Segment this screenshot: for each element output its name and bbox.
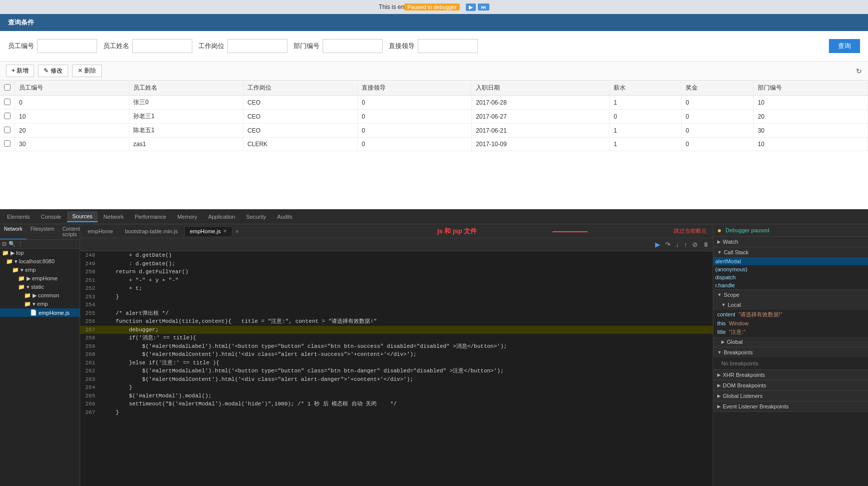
event-listener-section: ▶ Event Listener Breakpoints xyxy=(713,401,868,412)
edit-button[interactable]: ✎ 修改 xyxy=(38,65,68,77)
select-all-checkbox-header[interactable] xyxy=(0,81,15,96)
row-checkbox[interactable] xyxy=(0,138,15,151)
scope-item-title: title: "注意:" xyxy=(713,327,868,337)
breakpoints-header[interactable]: ▼ Breakpoints xyxy=(713,347,868,357)
col-leader: 直接领导 xyxy=(358,81,472,96)
tree-file-item[interactable]: 📄empHome.js xyxy=(0,308,80,317)
tree-folder-item[interactable]: 📁▾ emp xyxy=(0,300,80,308)
input-emp-no[interactable] xyxy=(37,39,97,53)
query-form: 员工编号 员工姓名 工作岗位 部门编号 直接领导 查询 xyxy=(0,31,868,61)
call-stack-item-dispatch[interactable]: dispatch xyxy=(713,273,868,281)
tree-folder-item[interactable]: 📁▶ empHome xyxy=(0,274,80,283)
cell-emp-no: 20 xyxy=(15,124,129,138)
search-tree-icon[interactable]: 🔍 xyxy=(9,241,16,247)
label-job: 工作岗位 xyxy=(198,42,224,51)
code-editor[interactable]: 248 + d.getDate()249 : d.getDate();250 r… xyxy=(80,251,713,486)
tab-application[interactable]: Application xyxy=(203,212,240,222)
line-content: debugger; xyxy=(99,326,712,334)
collapse-tree-icon[interactable]: ⊟ xyxy=(2,241,7,247)
tab-audits[interactable]: Audits xyxy=(272,212,298,222)
scope-header[interactable]: ▼ Scope xyxy=(713,290,868,300)
call-stack-header[interactable]: ▼ Call Stack xyxy=(713,247,868,257)
debug-scrollable[interactable]: ▶ Watch ▼ Call Stack alertModal (anonymo… xyxy=(713,237,868,486)
cell-date: 2017-06-21 xyxy=(472,124,610,138)
input-leader[interactable] xyxy=(418,39,478,53)
input-job[interactable] xyxy=(227,39,287,53)
input-emp-name[interactable] xyxy=(132,39,192,53)
tab-arrow-icon[interactable]: » xyxy=(233,228,241,235)
line-number: 260 xyxy=(81,350,99,359)
more-tree-icon[interactable]: ⋮ xyxy=(18,241,23,247)
global-scope-header[interactable]: ▶ Global xyxy=(713,337,868,347)
tree-item-label: ▶ common xyxy=(33,292,59,299)
row-checkbox[interactable] xyxy=(0,96,15,110)
pause-nav-btn[interactable]: ⏸ xyxy=(701,240,711,249)
row-checkbox[interactable] xyxy=(0,124,15,138)
search-button[interactable]: 查询 xyxy=(829,39,860,53)
step-into-nav-btn[interactable]: ↓ xyxy=(674,240,681,249)
cell-leader: 0 xyxy=(358,110,472,124)
code-line: 259 $('#alertModalLabel').html('<button … xyxy=(80,342,713,351)
tree-folder-item[interactable]: 📁▾ localhost:8080 xyxy=(0,257,80,266)
deactivate-nav-btn[interactable]: ⊘ xyxy=(691,240,699,249)
tree-folder-item[interactable]: 📁▶ top xyxy=(0,249,80,257)
tab-memory[interactable]: Memory xyxy=(172,212,202,222)
cell-salary: 1 xyxy=(610,138,682,151)
line-number: 250 xyxy=(81,268,99,276)
delete-button[interactable]: ✕ 删除 xyxy=(72,65,102,77)
step-over-nav-btn[interactable]: ↷ xyxy=(664,240,672,249)
tree-folder-item[interactable]: 📁▾ emp xyxy=(0,266,80,274)
cell-salary: 1 xyxy=(610,96,682,110)
col-dept: 部门编号 xyxy=(753,81,867,96)
call-stack-item-alertmodal[interactable]: alertModal xyxy=(713,257,868,265)
step-out-nav-btn[interactable]: ↑ xyxy=(683,240,689,249)
line-content: : d.getDate(); xyxy=(99,260,712,268)
input-dept-no[interactable] xyxy=(323,39,383,53)
tree-folder-item[interactable]: 📁▾ static xyxy=(0,283,80,291)
global-listeners-header[interactable]: ▶ Global Listeners xyxy=(713,391,868,401)
tree-item-label: ▾ localhost:8080 xyxy=(15,258,55,265)
resume-nav-btn[interactable]: ▶ xyxy=(654,240,662,249)
code-tab-emphomejs[interactable]: empHome.js ✕ xyxy=(184,226,232,236)
col-salary: 薪水 xyxy=(610,81,682,96)
table-row[interactable]: 0 张三0 CEO 0 2017-06-28 1 0 10 xyxy=(0,96,868,110)
code-line: 253 } xyxy=(80,293,713,301)
code-line: 265 $('#alertModal').modal(); xyxy=(80,392,713,400)
code-tab-emphome[interactable]: empHome xyxy=(82,226,119,236)
step-over-button[interactable]: ⏭ xyxy=(478,4,489,11)
tab-security[interactable]: Security xyxy=(241,212,271,222)
debug-panel: ● Debugger paused ▶ Watch ▼ xyxy=(713,224,868,486)
cell-job: CEO xyxy=(243,96,358,110)
tree-item-label: empHome.js xyxy=(39,310,70,316)
tree-tab-contentscripts[interactable]: Content scripts xyxy=(58,224,80,239)
debug-status-bar: ● Debugger paused xyxy=(713,224,868,237)
call-stack-item-rhandle[interactable]: r.handle xyxy=(713,281,868,289)
tab-performance[interactable]: Performance xyxy=(130,212,171,222)
row-checkbox[interactable] xyxy=(0,110,15,124)
cell-emp-no: 0 xyxy=(15,96,129,110)
tab-network[interactable]: Network xyxy=(99,212,129,222)
local-scope-header[interactable]: ▼ Local xyxy=(713,300,868,310)
table-row[interactable]: 20 陈老五1 CEO 0 2017-06-21 1 0 30 xyxy=(0,124,868,138)
call-stack-item-anonymous[interactable]: (anonymous) xyxy=(713,265,868,273)
table-row[interactable]: 30 zas1 CLERK 0 2017-10-09 1 0 10 xyxy=(0,138,868,151)
tree-tab-filesystem[interactable]: Filesystem xyxy=(27,224,59,239)
watch-header[interactable]: ▶ Watch xyxy=(713,237,868,247)
refresh-icon[interactable]: ↻ xyxy=(856,67,862,75)
table-row[interactable]: 10 孙老三1 CEO 0 2017-06-27 0 0 20 xyxy=(0,110,868,124)
tab-console[interactable]: Console xyxy=(36,212,66,222)
tree-folder-item[interactable]: 📁▶ common xyxy=(0,291,80,300)
tab-sources[interactable]: Sources xyxy=(67,211,97,222)
tree-tab-network[interactable]: Network xyxy=(0,224,27,239)
breakpoints-empty: No breakpoints xyxy=(713,357,868,369)
xhr-breakpoints-header[interactable]: ▶ XHR Breakpoints xyxy=(713,370,868,380)
resume-button[interactable]: ▶ xyxy=(466,4,476,11)
add-button[interactable]: + 新增 xyxy=(6,65,34,77)
tab-elements[interactable]: Elements xyxy=(2,212,35,222)
code-tab-bootstrap[interactable]: bootstrap-table.min.js xyxy=(120,226,183,236)
close-tab-icon[interactable]: ✕ xyxy=(223,228,227,234)
event-listener-header[interactable]: ▶ Event Listener Breakpoints xyxy=(713,401,868,411)
dom-breakpoints-header[interactable]: ▶ DOM Breakpoints xyxy=(713,380,868,390)
cell-salary: 1 xyxy=(610,124,682,138)
line-content: setTimeout("$('#alertModal').modal('hide… xyxy=(99,400,712,408)
